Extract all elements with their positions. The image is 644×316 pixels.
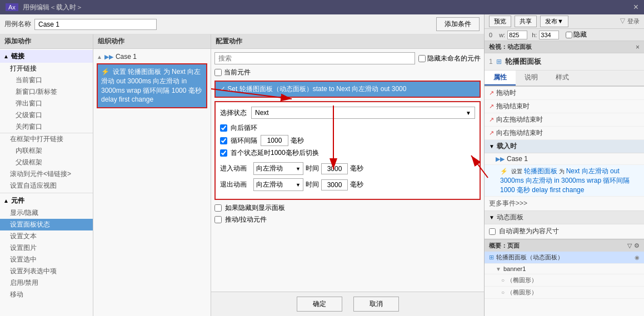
app-icon: Ax xyxy=(6,3,18,11)
filter-icon[interactable]: ▽ xyxy=(627,242,632,249)
load-case1-icon: ▶▶ xyxy=(496,156,505,163)
prop-drag-item[interactable]: ↗ 拖动时 xyxy=(485,87,644,100)
close-panel-icon[interactable]: × xyxy=(636,43,640,51)
left-swipe-arrow-icon: ↗ xyxy=(489,116,494,123)
if-hidden-checkbox[interactable] xyxy=(214,204,222,212)
tree-item-popup[interactable]: 弹出窗口 xyxy=(0,98,93,109)
prop-right-swipe-item[interactable]: ↗ 向右拖动结束时 xyxy=(485,127,644,140)
exit-anim-dropdown[interactable]: 向左滑动 ▼ xyxy=(253,178,303,191)
interval-unit-label: 毫秒 xyxy=(291,136,304,146)
link-group-header[interactable]: ▲ 链接 xyxy=(0,50,93,63)
banner1-label: banner1 xyxy=(503,265,526,272)
element-group-header[interactable]: ▲ 元件 xyxy=(0,194,93,207)
hide-unnamed-checkbox[interactable] xyxy=(418,55,426,62)
settings-icon[interactable]: ⚙ xyxy=(634,242,640,249)
close-button[interactable]: × xyxy=(633,2,638,12)
config-action-header: 配置动作 xyxy=(211,34,484,49)
dynamic-panel-title: 动态面板 xyxy=(497,213,523,222)
oval1-item[interactable]: ○ （椭圆形） xyxy=(485,274,644,287)
more-events-row[interactable]: 更多事件>>> xyxy=(485,197,644,211)
load-case1-item[interactable]: ▶▶ Case 1 xyxy=(485,153,644,165)
tree-item-open-link[interactable]: 打开链接 xyxy=(0,63,93,74)
hide-checkbox[interactable] xyxy=(566,32,572,38)
tab-property[interactable]: 属性 xyxy=(485,71,516,86)
h-input[interactable] xyxy=(539,31,559,39)
preview-button[interactable]: 预览 xyxy=(489,16,511,27)
enter-animation-row: 进入动画 向左滑动 ▼ 时间 毫秒 xyxy=(220,162,475,175)
enter-anim-dropdown[interactable]: 向左滑动 ▼ xyxy=(253,162,303,175)
tree-item-set-adaptive[interactable]: 设置自适应视图 xyxy=(0,180,93,192)
interval-value-input[interactable] xyxy=(261,135,288,146)
usecase-name-label: 用例名称 xyxy=(4,19,31,29)
current-element-label: 当前元件 xyxy=(224,68,251,77)
publish-button[interactable]: 发布▼ xyxy=(540,16,568,27)
tree-item-inline-frame[interactable]: 内联框架 xyxy=(0,145,93,157)
exit-time-input[interactable] xyxy=(321,179,348,190)
tree-item-set-list-item[interactable]: 设置列表选中项 xyxy=(0,265,93,277)
current-element-checkbox[interactable] xyxy=(214,69,222,76)
loop-back-checkbox[interactable] xyxy=(220,124,227,132)
tree-item-set-text[interactable]: 设置文本 xyxy=(0,230,93,242)
org-action-column: 组织动作 ▲ ▶▶ Case 1 ⚡ 设置 轮 xyxy=(93,34,211,316)
tab-style[interactable]: 样式 xyxy=(547,71,578,86)
share-button[interactable]: 共享 xyxy=(515,16,537,27)
eye-icon: ◉ xyxy=(635,254,640,260)
load-section-header: ▼ 载入时 xyxy=(485,140,644,153)
search-input[interactable] xyxy=(214,52,415,64)
tree-item-parent-frame[interactable]: 父级框架 xyxy=(0,157,93,168)
first-delay-label: 首个状态延时1000毫秒后切换 xyxy=(231,148,319,158)
auto-adjust-checkbox[interactable] xyxy=(489,228,496,235)
usecase-name-input[interactable] xyxy=(34,19,157,30)
enter-time-input[interactable] xyxy=(321,163,348,174)
add-condition-button[interactable]: 添加条件 xyxy=(436,17,480,31)
tree-item-enable-disable[interactable]: 启用/禁用 xyxy=(0,277,93,289)
prop-right-swipe-label: 向右拖动结束时 xyxy=(496,128,543,138)
tree-item-new-tab[interactable]: 新窗口/新标签 xyxy=(0,86,93,98)
tree-item-scroll-to[interactable]: 滚动到元件<锚链接> xyxy=(0,168,93,180)
tree-item-parent-window[interactable]: 父级窗口 xyxy=(0,109,93,121)
first-delay-checkbox[interactable] xyxy=(220,149,227,157)
enter-time-label: 时间 xyxy=(306,164,319,173)
w-input[interactable] xyxy=(507,31,527,39)
tree-item-set-select[interactable]: 设置选中 xyxy=(0,254,93,265)
load-case1-label: Case 1 xyxy=(507,155,528,163)
wh-row: 0 w: h: 隐藏 xyxy=(485,29,644,41)
org-case-header[interactable]: ▲ ▶▶ Case 1 xyxy=(93,51,211,62)
exit-anim-label: 退出动画 xyxy=(220,180,253,189)
tree-item-set-image[interactable]: 设置图片 xyxy=(0,242,93,254)
tree-item-in-frame[interactable]: 在框架中打开链接 xyxy=(0,133,93,145)
tree-item-move[interactable]: 移动 xyxy=(0,289,93,300)
prop-left-swipe-item[interactable]: ↗ 向左拖动结束时 xyxy=(485,113,644,127)
push-pull-checkbox[interactable] xyxy=(214,216,222,223)
add-action-header: 添加动作 xyxy=(0,34,93,49)
comp-tree-header-row: 概要：页面 ▽ ⚙ xyxy=(485,239,644,252)
carousel-title-row: 1 ⊞ 轮播图面板 xyxy=(485,53,644,71)
title-bar: Ax 用例编辑＜载入时＞ × xyxy=(0,0,644,14)
banner1-item[interactable]: ▼ banner1 xyxy=(485,264,644,274)
confirm-button[interactable]: 确定 xyxy=(297,297,342,312)
enter-unit-label: 毫秒 xyxy=(350,164,363,173)
auto-adjust-label: 自动调整为内容尺寸 xyxy=(499,227,559,236)
dynamic-panel-arrow: ▼ xyxy=(489,214,495,220)
prop-drag-end-item[interactable]: ↗ 拖动结束时 xyxy=(485,100,644,113)
org-action-item[interactable]: ⚡ 设置 轮播图面板 为 Next 向左滑动 out 3000ms 向左滑动 i… xyxy=(97,63,207,108)
state-dropdown[interactable]: Next ▼ xyxy=(251,107,475,119)
tree-item-show-hide[interactable]: 显示/隐藏 xyxy=(0,207,93,219)
set-action-item[interactable]: ✓ Set 轮播图面板（动态面板）state to Next 向左滑动 out … xyxy=(214,81,481,98)
loop-back-label: 向后循环 xyxy=(231,123,257,133)
carousel-title-text: 轮播图面板 xyxy=(505,57,541,67)
tree-item-close-window[interactable]: 关闭窗口 xyxy=(0,121,93,133)
dynamic-panel-header: ▼ 动态面板 xyxy=(485,211,644,224)
oval2-item[interactable]: ○ （椭圆形） xyxy=(485,287,644,299)
tree-item-set-panel-state[interactable]: 设置面板状态 xyxy=(0,219,93,230)
org-action-text: 设置 轮播图面板 为 Next 向左滑动 out 3000ms 向左滑动 in … xyxy=(101,68,202,103)
tabs-row: 属性 说明 样式 xyxy=(485,71,644,87)
carousel-icon: ⊞ xyxy=(496,58,502,66)
cancel-button[interactable]: 取消 xyxy=(353,297,399,312)
carousel-comp-item[interactable]: ⊞ 轮播图面板（动态面板） ◉ xyxy=(485,252,644,264)
tab-desc[interactable]: 说明 xyxy=(516,71,547,86)
drag-arrow-icon: ↗ xyxy=(489,89,494,97)
loop-interval-checkbox[interactable] xyxy=(220,137,227,144)
link-group-label: 链接 xyxy=(11,52,24,61)
tree-item-current-window[interactable]: 当前窗口 xyxy=(0,74,93,86)
